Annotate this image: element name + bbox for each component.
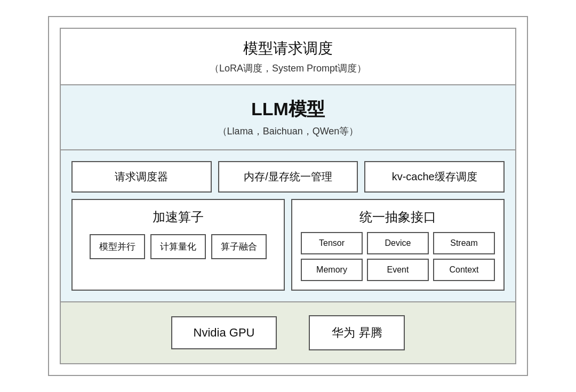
architecture-diagram: 模型请求调度 （LoRA调度，System Prompt调度） LLM模型 （L… <box>48 16 528 376</box>
scheduling-subtitle: （LoRA调度，System Prompt调度） <box>71 62 505 75</box>
inner-model-parallel: 模型并行 <box>90 234 145 259</box>
inner-op-fusion: 算子融合 <box>211 234 267 259</box>
layer-gpu: Nvidia GPU 华为 昇腾 <box>60 302 516 364</box>
grid-stream: Stream <box>433 232 495 254</box>
accelerator-title: 加速算子 <box>153 209 204 226</box>
grid-context: Context <box>433 259 495 281</box>
accelerator-box: 加速算子 模型并行 计算量化 算子融合 <box>71 199 285 291</box>
llm-title: LLM模型 <box>71 97 505 122</box>
gpu-huawei: 华为 昇腾 <box>309 315 405 350</box>
grid-event: Event <box>367 259 429 281</box>
layer-core: 请求调度器 内存/显存统一管理 kv-cache缓存调度 加速算子 模型并行 计… <box>60 150 516 302</box>
layer-scheduling: 模型请求调度 （LoRA调度，System Prompt调度） <box>60 28 516 85</box>
gpu-nvidia: Nvidia GPU <box>171 316 277 349</box>
inner-compute-quant: 计算量化 <box>150 234 206 259</box>
box-request-scheduler: 请求调度器 <box>71 161 212 193</box>
llm-subtitle: （Llama，Baichuan，QWen等） <box>71 125 505 138</box>
grid-device: Device <box>367 232 429 254</box>
scheduling-title: 模型请求调度 <box>71 38 505 59</box>
core-top-row: 请求调度器 内存/显存统一管理 kv-cache缓存调度 <box>71 161 505 193</box>
grid-memory: Memory <box>301 259 363 281</box>
abstract-title: 统一抽象接口 <box>359 209 436 226</box>
box-memory-management: 内存/显存统一管理 <box>218 161 358 193</box>
layer-llm: LLM模型 （Llama，Baichuan，QWen等） <box>60 85 516 150</box>
accelerator-inner-row: 模型并行 计算量化 算子融合 <box>90 234 267 259</box>
abstract-box: 统一抽象接口 Tensor Device Stream Memory Event… <box>291 199 505 291</box>
abstract-grid: Tensor Device Stream Memory Event Contex… <box>301 232 495 281</box>
grid-tensor: Tensor <box>301 232 363 254</box>
core-bottom-row: 加速算子 模型并行 计算量化 算子融合 统一抽象接口 Tensor Device… <box>71 199 505 291</box>
box-kvcache: kv-cache缓存调度 <box>364 161 505 193</box>
